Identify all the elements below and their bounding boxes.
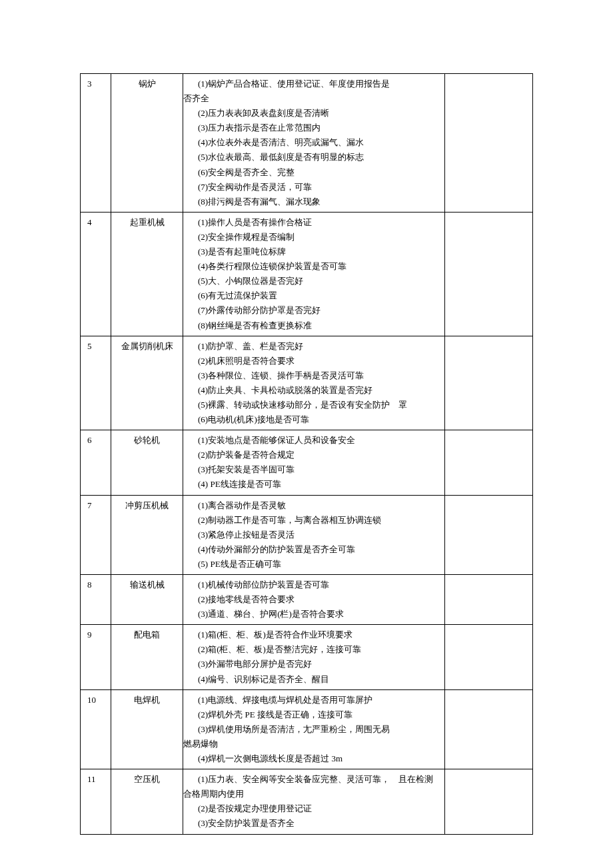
inspection-item: (2)是否按规定办理使用登记证	[198, 801, 440, 816]
inspection-item: (8)排污阀是否有漏气、漏水现象	[198, 195, 440, 209]
row-number: 6	[81, 430, 111, 495]
table-row: 11空压机(1)压力表、安全阀等安全装备应完整、灵活可靠， 且在检测合格周期内使…	[81, 769, 533, 834]
row-number: 4	[81, 212, 111, 336]
inspection-item: (8)钢丝绳是否有检查更换标准	[198, 318, 440, 333]
inspection-item: (1)操作人员是否有操作合格证	[198, 215, 440, 230]
remark-cell	[445, 689, 533, 769]
inspection-item: (3)通道、梯台、护网(栏)是否符合要求	[198, 607, 440, 622]
inspection-item: (2)接地零线是否符合要求	[198, 592, 440, 607]
table-row: 10电焊机(1)电源线、焊接电缆与焊机处是否用可靠屏护(2)焊机外壳 PE 接线…	[81, 689, 533, 769]
inspection-items: (1)锅炉产品合格证、使用登记证、年度使用报告是否齐全(2)压力表表卸及表盘刻度…	[183, 74, 445, 213]
row-number: 7	[81, 495, 111, 574]
inspection-item: (4)各类行程限位连锁保护装置是否可靠	[198, 259, 440, 274]
inspection-item: (2)防护装备是否符合规定	[198, 448, 440, 462]
inspection-item: (2)箱(柜、柜、板)是否整洁完好，连接可靠	[198, 642, 440, 657]
equipment-name: 起重机械	[111, 212, 183, 336]
page: 3锅炉(1)锅炉产品合格证、使用登记证、年度使用报告是否齐全(2)压力表表卸及表…	[0, 0, 613, 868]
row-number: 5	[81, 336, 111, 430]
table-row: 5金属切削机床(1)防护罩、盖、栏是否完好(2)机床照明是否符合要求(3)各种限…	[81, 336, 533, 430]
remark-cell	[445, 575, 533, 625]
inspection-item: 合格周期内使用	[183, 787, 440, 801]
inspection-item: (2)焊机外壳 PE 接线是否正确，连接可靠	[198, 707, 440, 722]
inspection-item: (4)传动外漏部分的防护装置是否齐全可靠	[198, 542, 440, 557]
inspection-items: (1)离合器动作是否灵敏(2)制动器工作是否可靠，与离合器相互协调连锁(3)紧急…	[183, 495, 445, 574]
row-number: 9	[81, 625, 111, 689]
inspection-item: (1)离合器动作是否灵敏	[198, 498, 440, 513]
inspection-items: (1)箱(柜、柜、板)是否符合作业环境要求(2)箱(柜、柜、板)是否整洁完好，连…	[183, 625, 445, 689]
inspection-items: (1)操作人员是否有操作合格证(2)安全操作规程是否编制(3)是否有起重吨位标牌…	[183, 212, 445, 336]
inspection-item: (3)托架安装是否半固可靠	[198, 462, 440, 477]
inspection-item: (6)安全阀是否齐全、完整	[198, 165, 440, 180]
inspection-item: (2)安全操作规程是否编制	[198, 230, 440, 244]
inspection-item: (3)各种限位、连锁、操作手柄是否灵活可靠	[198, 368, 440, 383]
inspection-item: (3)焊机使用场所是否清洁，尢严重粉尘，周围无易	[198, 722, 440, 737]
row-number: 3	[81, 74, 111, 213]
inspection-item: (4)焊机一次侧电源线长度是否超过 3m	[198, 751, 440, 766]
inspection-item: (4)防止夹具、卡具松动或脱落的装置是否完好	[198, 383, 440, 398]
table-row: 6砂轮机(1)安装地点是否能够保证人员和设备安全(2)防护装备是否符合规定(3)…	[81, 430, 533, 495]
remark-cell	[445, 336, 533, 430]
inspection-item: (1)电源线、焊接电缆与焊机处是否用可靠屏护	[198, 693, 440, 707]
inspection-items: (1)电源线、焊接电缆与焊机处是否用可靠屏护(2)焊机外壳 PE 接线是否正确，…	[183, 689, 445, 769]
remark-cell	[445, 625, 533, 689]
inspection-item: (4)编号、识别标记是否齐全、醒目	[198, 672, 440, 687]
inspection-item: 否齐全	[183, 91, 440, 106]
inspection-item: (6)有无过流保护装置	[198, 288, 440, 303]
inspection-item: (1)防护罩、盖、栏是否完好	[198, 339, 440, 354]
inspection-item: 燃易爆物	[183, 737, 440, 751]
inspection-items: (1)防护罩、盖、栏是否完好(2)机床照明是否符合要求(3)各种限位、连锁、操作…	[183, 336, 445, 430]
remark-cell	[445, 430, 533, 495]
table-row: 9配电箱(1)箱(柜、柜、板)是否符合作业环境要求(2)箱(柜、柜、板)是否整洁…	[81, 625, 533, 689]
inspection-item: (1)锅炉产品合格证、使用登记证、年度使用报告是	[198, 77, 440, 91]
inspection-item: (5) PE线是否正确可靠	[198, 557, 440, 572]
table-row: 3锅炉(1)锅炉产品合格证、使用登记证、年度使用报告是否齐全(2)压力表表卸及表…	[81, 74, 533, 213]
equipment-name: 冲剪压机械	[111, 495, 183, 574]
remark-cell	[445, 74, 533, 213]
inspection-item: (7)安全阀动作是否灵活，可靠	[198, 180, 440, 195]
row-number: 11	[81, 769, 111, 834]
inspection-items: (1)安装地点是否能够保证人员和设备安全(2)防护装备是否符合规定(3)托架安装…	[183, 430, 445, 495]
remark-cell	[445, 495, 533, 574]
equipment-name: 金属切削机床	[111, 336, 183, 430]
inspection-item: (3)紧急停止按钮是否灵活	[198, 528, 440, 542]
inspection-item: (7)外露传动部分防护罩是否完好	[198, 303, 440, 318]
inspection-item: (1)压力表、安全阀等安全装备应完整、灵活可靠， 且在检测	[198, 772, 440, 787]
inspection-items: (1)压力表、安全阀等安全装备应完整、灵活可靠， 且在检测合格周期内使用(2)是…	[183, 769, 445, 834]
inspection-item: (1)箱(柜、柜、板)是否符合作业环境要求	[198, 628, 440, 642]
inspection-item: (2)机床照明是否符合要求	[198, 354, 440, 368]
inspection-item: (2)制动器工作是否可靠，与离合器相互协调连锁	[198, 513, 440, 528]
equipment-name: 砂轮机	[111, 430, 183, 495]
inspection-item: (3)安全防护装置是否齐全	[198, 816, 440, 831]
inspection-item: (6)电动机(机床)接地是否可靠	[198, 412, 440, 427]
inspection-table: 3锅炉(1)锅炉产品合格证、使用登记证、年度使用报告是否齐全(2)压力表表卸及表…	[80, 73, 533, 835]
equipment-name: 配电箱	[111, 625, 183, 689]
inspection-item: (5)大、小钩限位器是否完好	[198, 274, 440, 288]
inspection-item: (1)安装地点是否能够保证人员和设备安全	[198, 433, 440, 448]
inspection-item: (1)机械传动部位防护装置是否可靠	[198, 578, 440, 592]
inspection-item: (3)是否有起重吨位标牌	[198, 244, 440, 259]
row-number: 10	[81, 689, 111, 769]
equipment-name: 空压机	[111, 769, 183, 834]
remark-cell	[445, 212, 533, 336]
equipment-name: 输送机械	[111, 575, 183, 625]
equipment-name: 锅炉	[111, 74, 183, 213]
equipment-name: 电焊机	[111, 689, 183, 769]
inspection-item: (4)水位表外表是否清洁、明亮或漏气、漏水	[198, 135, 440, 150]
table-row: 4起重机械(1)操作人员是否有操作合格证(2)安全操作规程是否编制(3)是否有起…	[81, 212, 533, 336]
inspection-item: (4) PE线连接是否可靠	[198, 477, 440, 492]
inspection-item: (2)压力表表卸及表盘刻度是否清晰	[198, 106, 440, 121]
table-row: 7冲剪压机械(1)离合器动作是否灵敏(2)制动器工作是否可靠，与离合器相互协调连…	[81, 495, 533, 574]
inspection-item: (3)外漏带电部分屏护是否完好	[198, 657, 440, 671]
inspection-item: (3)压力表指示是否在止常范围内	[198, 121, 440, 135]
inspection-item: (5)裸露、转动或快速移动部分，是否设有安全防护 罩	[198, 398, 440, 412]
remark-cell	[445, 769, 533, 834]
row-number: 8	[81, 575, 111, 625]
table-row: 8输送机械(1)机械传动部位防护装置是否可靠(2)接地零线是否符合要求(3)通道…	[81, 575, 533, 625]
inspection-items: (1)机械传动部位防护装置是否可靠(2)接地零线是否符合要求(3)通道、梯台、护…	[183, 575, 445, 625]
inspection-item: (5)水位表最高、最低刻度是否有明显的标志	[198, 150, 440, 165]
